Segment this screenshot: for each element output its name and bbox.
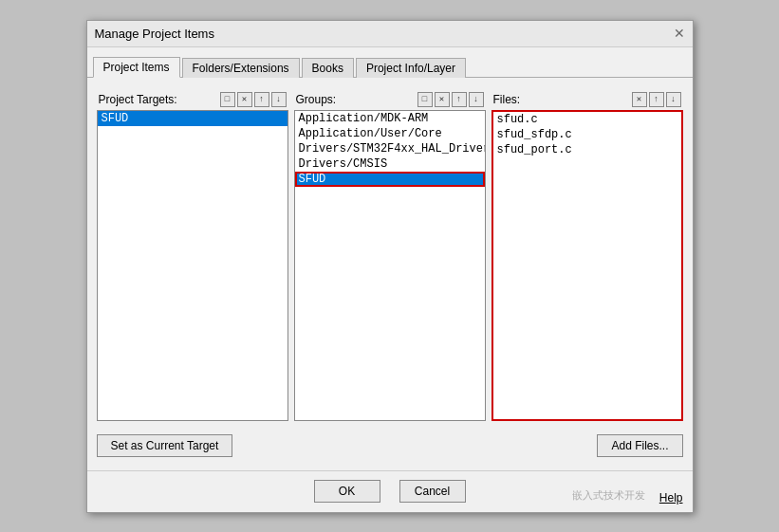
list-item[interactable]: Drivers/STM32F4xx_HAL_Driver <box>295 141 485 156</box>
tab-project-items[interactable]: Project Items <box>93 57 180 78</box>
targets-panel: Project Targets: □ ✕ ↑ ↓ SFUD <box>97 89 288 421</box>
help-link[interactable]: Help <box>659 491 683 504</box>
groups-up-icon[interactable]: ↑ <box>452 92 467 107</box>
targets-listbox[interactable]: SFUD <box>97 110 288 421</box>
files-down-icon[interactable]: ↓ <box>666 92 681 107</box>
dialog-title: Manage Project Items <box>95 27 214 41</box>
files-listbox[interactable]: sfud.c sfud_sfdp.c sfud_port.c <box>492 110 683 421</box>
groups-new-icon[interactable]: □ <box>417 92 433 107</box>
close-icon[interactable]: ✕ <box>674 26 685 41</box>
files-label: Files: <box>493 93 521 106</box>
targets-delete-icon[interactable]: ✕ <box>237 92 252 107</box>
cancel-button[interactable]: Cancel <box>399 480 466 503</box>
tabs-bar: Project Items Folders/Extensions Books P… <box>87 47 693 78</box>
tab-folders-extensions[interactable]: Folders/Extensions <box>182 58 300 78</box>
files-icons: ✕ ↑ ↓ <box>632 92 681 107</box>
groups-panel: Groups: □ ✕ ↑ ↓ Application/MDK-ARM Appl… <box>294 89 486 421</box>
files-delete-icon[interactable]: ✕ <box>632 92 647 107</box>
list-item[interactable]: sfud_sfdp.c <box>493 127 681 142</box>
ok-button[interactable]: OK <box>314 480 380 503</box>
targets-down-icon[interactable]: ↓ <box>271 92 287 107</box>
groups-down-icon[interactable]: ↓ <box>469 92 484 107</box>
title-bar: Manage Project Items ✕ <box>87 21 693 47</box>
groups-listbox[interactable]: Application/MDK-ARM Application/User/Cor… <box>294 110 486 421</box>
files-up-icon[interactable]: ↑ <box>649 92 664 107</box>
watermark: 嵌入式技术开发 <box>572 488 645 503</box>
targets-up-icon[interactable]: ↑ <box>254 92 269 107</box>
list-item[interactable]: sfud_port.c <box>493 142 681 157</box>
groups-delete-icon[interactable]: ✕ <box>435 92 450 107</box>
dialog-body: Project Targets: □ ✕ ↑ ↓ SFUD Groups: <box>87 78 693 470</box>
files-header: Files: ✕ ↑ ↓ <box>492 89 683 110</box>
bottom-row: Set as Current Target Add Files... <box>97 429 683 463</box>
groups-header: Groups: □ ✕ ↑ ↓ <box>294 89 486 110</box>
manage-project-dialog: Manage Project Items ✕ Project Items Fol… <box>86 20 694 513</box>
list-item[interactable]: Drivers/CMSIS <box>295 156 485 172</box>
files-panel: Files: ✕ ↑ ↓ sfud.c sfud_sfdp.c sfud_por… <box>492 89 683 421</box>
targets-new-icon[interactable]: □ <box>220 92 235 107</box>
set-target-button[interactable]: Set as Current Target <box>97 434 233 457</box>
list-item[interactable]: Application/User/Core <box>295 126 485 141</box>
add-files-button[interactable]: Add Files... <box>597 434 682 457</box>
panels-row: Project Targets: □ ✕ ↑ ↓ SFUD Groups: <box>97 89 683 421</box>
list-item[interactable]: Application/MDK-ARM <box>295 111 485 126</box>
dialog-footer: OK Cancel 嵌入式技术开发 Help <box>87 470 693 512</box>
groups-label: Groups: <box>296 93 337 106</box>
tab-books[interactable]: Books <box>302 58 354 78</box>
targets-label: Project Targets: <box>99 93 177 106</box>
list-item[interactable]: SFUD <box>98 111 287 126</box>
targets-header: Project Targets: □ ✕ ↑ ↓ <box>97 89 288 110</box>
targets-icons: □ ✕ ↑ ↓ <box>220 92 287 107</box>
groups-icons: □ ✕ ↑ ↓ <box>417 92 484 107</box>
list-item[interactable]: sfud.c <box>493 112 681 127</box>
tab-project-info-layer[interactable]: Project Info/Layer <box>356 58 466 78</box>
groups-sfud-item[interactable]: SFUD <box>295 172 485 187</box>
